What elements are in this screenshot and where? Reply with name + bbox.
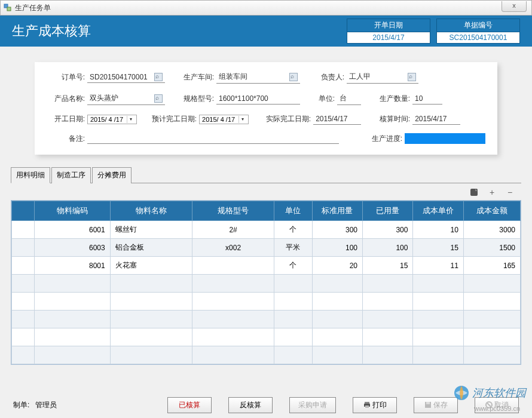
cancel-icon xyxy=(485,401,493,410)
save-button[interactable]: 保存 xyxy=(414,397,458,413)
plan-end-date-picker[interactable]: 2015/ 4 /17▾ xyxy=(199,115,249,124)
calc-time-label: 核算时间: xyxy=(372,114,410,124)
progress-label: 生产进度: xyxy=(364,134,402,144)
col-code[interactable]: 物料编码 xyxy=(35,201,111,221)
table-row[interactable] xyxy=(12,328,521,346)
table-row[interactable] xyxy=(12,293,521,311)
start-date-picker[interactable]: 2015/ 4 /17▾ xyxy=(87,115,137,124)
col-price[interactable]: 成本单价 xyxy=(413,201,463,221)
cell-spec[interactable]: 2# xyxy=(192,221,274,239)
cell-std[interactable]: 300 xyxy=(312,221,362,239)
close-button[interactable]: x xyxy=(502,1,527,12)
tab-process[interactable]: 制造工序 xyxy=(51,167,91,183)
confirmed-button[interactable]: 已核算 xyxy=(167,397,212,413)
window-titlebar: 生产任务单 x xyxy=(0,0,532,16)
chevron-down-icon[interactable]: ▾ xyxy=(127,116,134,123)
grid-header-row: 物料编码 物料名称 规格型号 单位 标准用量 已用量 成本单价 成本金额 xyxy=(12,201,521,221)
tab-bar: 用料明细 制造工序 分摊费用 xyxy=(11,167,521,183)
svg-line-9 xyxy=(487,403,491,407)
cell-used[interactable]: 100 xyxy=(362,239,412,257)
maker-label: 制单: xyxy=(13,401,29,409)
cell-price[interactable]: 15 xyxy=(413,239,463,257)
remove-row-button[interactable]: − xyxy=(505,187,515,198)
table-row[interactable]: 8001火花塞个201511165 xyxy=(12,257,521,275)
col-std[interactable]: 标准用量 xyxy=(312,201,362,221)
lookup-icon[interactable] xyxy=(408,73,416,81)
cell-price[interactable]: 10 xyxy=(413,221,463,239)
tab-allocation[interactable]: 分摊费用 xyxy=(92,167,132,183)
col-amount[interactable]: 成本金额 xyxy=(463,201,520,221)
cell-amount[interactable]: 165 xyxy=(463,257,520,275)
product-label: 产品名称: xyxy=(47,94,85,104)
cell-price[interactable]: 11 xyxy=(413,257,463,275)
grid-toolbar: + − xyxy=(0,183,532,200)
owner-field[interactable]: 工人甲 xyxy=(347,70,418,84)
lookup-icon[interactable] xyxy=(154,73,163,81)
owner-label: 负责人: xyxy=(311,72,344,82)
start-date-label: 开工日期: xyxy=(47,114,85,124)
cell-name[interactable]: 火花塞 xyxy=(110,257,192,275)
purchase-request-button[interactable]: 采购申请 xyxy=(289,397,336,413)
order-no-label: 订单号: xyxy=(47,72,85,82)
tab-materials[interactable]: 用料明细 xyxy=(11,167,50,183)
actual-end-label: 实际完工日期: xyxy=(259,114,311,124)
cell-amount[interactable]: 1500 xyxy=(463,239,520,257)
svg-rect-5 xyxy=(365,405,369,408)
note-icon[interactable] xyxy=(469,187,479,198)
workshop-label: 生产车间: xyxy=(176,72,214,82)
table-row[interactable] xyxy=(12,275,521,293)
badge-open-date-label: 开单日期 xyxy=(347,19,430,32)
svg-rect-1 xyxy=(7,7,11,11)
cancel-label: 取消 xyxy=(494,401,509,409)
materials-grid: 物料编码 物料名称 规格型号 单位 标准用量 已用量 成本单价 成本金额 600… xyxy=(11,200,521,365)
cell-code[interactable]: 8001 xyxy=(35,257,111,275)
app-icon xyxy=(3,3,13,13)
cell-std[interactable]: 20 xyxy=(312,257,362,275)
order-no-field[interactable]: SD201504170001 xyxy=(87,72,165,83)
actual-end-field[interactable]: 2015/4/17 xyxy=(313,113,361,125)
col-spec[interactable]: 规格型号 xyxy=(192,201,274,221)
cell-spec[interactable]: x002 xyxy=(192,239,274,257)
table-row[interactable] xyxy=(12,311,521,328)
add-row-button[interactable]: + xyxy=(487,187,497,198)
table-row[interactable]: 6001螺丝钉2#个300300103000 xyxy=(12,221,521,239)
cell-unit[interactable]: 个 xyxy=(274,257,312,275)
table-row[interactable]: 6003铝合金板x002平米100100151500 xyxy=(12,239,521,257)
footer-bar: 制单: 管理员 已核算 反核算 采购申请 打印 保存 取消 xyxy=(0,397,532,413)
badge-doc-number: 单据编号 SC201504170001 xyxy=(436,19,520,44)
cell-used[interactable]: 15 xyxy=(362,257,412,275)
cell-spec[interactable] xyxy=(192,257,274,275)
lookup-icon[interactable] xyxy=(289,73,298,81)
cell-code[interactable]: 6003 xyxy=(35,239,111,257)
print-label: 打印 xyxy=(372,401,387,409)
col-used[interactable]: 已用量 xyxy=(362,201,412,221)
col-selector[interactable] xyxy=(12,201,35,221)
cancel-button[interactable]: 取消 xyxy=(475,397,519,413)
qty-field[interactable]: 10 xyxy=(412,93,442,105)
cell-amount[interactable]: 3000 xyxy=(463,221,520,239)
cell-used[interactable]: 300 xyxy=(362,221,412,239)
calc-time-field[interactable]: 2015/4/17 xyxy=(412,113,460,125)
reverse-button[interactable]: 反核算 xyxy=(228,397,273,413)
col-unit[interactable]: 单位 xyxy=(274,201,312,221)
cell-std[interactable]: 100 xyxy=(312,239,362,257)
cell-unit[interactable]: 平米 xyxy=(274,239,312,257)
chevron-down-icon[interactable]: ▾ xyxy=(239,116,246,123)
product-field[interactable]: 双头蒸炉 xyxy=(87,92,165,105)
page-title: 生产成本核算 xyxy=(12,22,341,40)
workshop-value: 组装车间 xyxy=(219,72,247,82)
cell-name[interactable]: 铝合金板 xyxy=(110,239,192,257)
remark-field[interactable] xyxy=(87,133,339,144)
workshop-field[interactable]: 组装车间 xyxy=(216,70,300,84)
lookup-icon[interactable] xyxy=(154,94,163,103)
window-title: 生产任务单 xyxy=(15,3,51,13)
table-row[interactable] xyxy=(12,346,521,364)
col-name[interactable]: 物料名称 xyxy=(110,201,192,221)
cell-code[interactable]: 6001 xyxy=(35,221,111,239)
spec-label: 规格型号: xyxy=(176,94,214,104)
unit-field[interactable]: 台 xyxy=(337,92,361,105)
cell-name[interactable]: 螺丝钉 xyxy=(110,221,192,239)
print-button[interactable]: 打印 xyxy=(353,397,397,413)
spec-field[interactable]: 1600*1100*700 xyxy=(216,93,300,105)
cell-unit[interactable]: 个 xyxy=(274,221,312,239)
